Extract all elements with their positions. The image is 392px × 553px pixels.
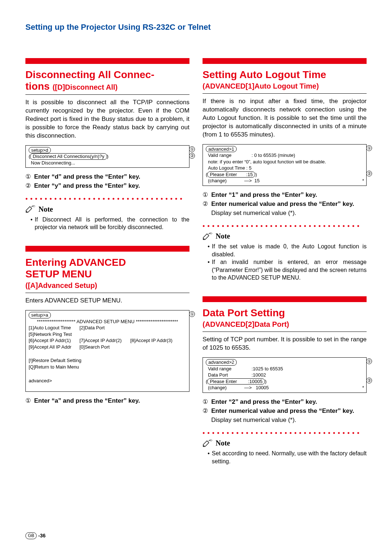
step-text: Enter “1” and press the “Enter” key. — [211, 191, 367, 199]
page-header: Setting up the Projector Using RS-232C o… — [25, 22, 367, 33]
term-input: Please Enter:10005 — [207, 378, 265, 385]
step-text: Enter “d” and press the “Enter” key. — [34, 173, 189, 181]
term-value: —> 10005 — [244, 385, 269, 390]
step-text: Display set numerical value (*). — [211, 416, 367, 424]
menu-item: [Q]Return to Main Menu — [29, 364, 186, 370]
gb-badge: GB — [25, 532, 37, 539]
note-body: If Disconnect All is performed, the conn… — [25, 216, 189, 231]
section-body: Setting of TCP port number. It is possib… — [203, 336, 367, 352]
note-label: Note — [216, 438, 230, 448]
note-text: If Disconnect All is performed, the conn… — [35, 216, 189, 231]
note-label: Note — [216, 231, 230, 241]
term-input: setup>d — [29, 147, 51, 154]
step-text: Enter numerical value and press the “Ent… — [211, 200, 367, 208]
callout-2-icon: ② — [366, 378, 372, 383]
step-number-icon: ① — [25, 397, 32, 405]
step-text: Enter “y” and press the “Enter” key. — [34, 182, 189, 190]
terminal-disconnect: setup>d ① (Disconnect All Connections(y/… — [25, 145, 189, 168]
note-label: Note — [38, 204, 53, 214]
note-text: If an invalid number is entered, an erro… — [212, 258, 367, 282]
menu-item: [0]Search Port — [79, 344, 110, 350]
term-value: : 0 to 65535 (minute) — [252, 153, 295, 158]
menu-item: [7]Accept IP Addr(2) — [79, 337, 130, 344]
menu-item: [5]Network Ping Test — [29, 331, 186, 338]
step-text: Enter “2” and press the “Enter” key. — [211, 398, 367, 406]
term-input: Please Enter:15 — [207, 171, 255, 178]
pencil-icon — [203, 232, 213, 240]
pencil-icon — [25, 205, 36, 213]
term-output: Auto Logout Time : 5 — [206, 165, 363, 171]
red-bar — [203, 296, 367, 302]
term-label: (change) — [208, 385, 244, 391]
callout-1-icon: ① — [366, 145, 372, 151]
menu-item: [1]Auto Logout Time — [29, 325, 79, 331]
term-value: —> 15 — [244, 178, 260, 183]
section-auto-logout: Setting Auto Logout Time (ADVANCED[1]Aut… — [203, 58, 367, 282]
terminal-data-port: advanced>2 ① Valid range:1025 to 65535 D… — [203, 357, 367, 393]
step-text: Enter “a” and press the “Enter” key. — [34, 397, 189, 405]
menu-item: [8]Accept IP Addr(3) — [130, 338, 172, 343]
note-text: Set according to need. Normally, use wit… — [212, 450, 367, 465]
term-input: setup>a — [29, 312, 51, 318]
note-body: Set according to need. Normally, use wit… — [203, 450, 367, 465]
section-body: Enters ADVANCED SETUP MENU. — [25, 297, 189, 305]
section-title: Disconnecting All Connec-tions ([D]Disco… — [25, 69, 189, 92]
asterisk-icon: * — [362, 385, 364, 391]
section-subtitle: (ADVANCED[2]Data Port) — [203, 320, 367, 329]
right-column: Setting Auto Logout Time (ADVANCED[1]Aut… — [203, 58, 367, 480]
section-data-port: Data Port Setting (ADVANCED[2]Data Port)… — [203, 296, 367, 465]
step-number-icon: ① — [203, 398, 209, 406]
term-input: advanced>1 — [206, 146, 237, 153]
callout-2-icon: ② — [189, 153, 195, 159]
step-number-icon: ② — [203, 407, 209, 415]
red-bar — [203, 58, 367, 64]
dot-separator: ••••••••••••••••••••••••••••••••• — [25, 195, 189, 203]
asterisk-icon: * — [362, 178, 364, 184]
title-line: Entering ADVANCED — [25, 257, 126, 268]
left-column: Disconnecting All Connec-tions ([D]Disco… — [25, 58, 189, 480]
menu-item: [2]Data Port — [79, 325, 105, 330]
term-output: note: if you enter “0”, auto logout func… — [206, 159, 363, 165]
page-number: -36 — [38, 532, 45, 539]
term-output: Now Disconnecting... — [29, 160, 186, 166]
section-disconnect-all: Disconnecting All Connec-tions ([D]Disco… — [25, 58, 189, 231]
callout-1-icon: ① — [189, 311, 195, 317]
steps: ①Enter “d” and press the “Enter” key. ②E… — [25, 173, 189, 190]
rule — [25, 94, 189, 95]
menu-item: [6]Accept IP Addr(1) — [29, 337, 79, 344]
section-subtitle: (ADVANCED[1]Auto Logout Time) — [203, 81, 367, 91]
section-title: Setting Auto Logout Time — [203, 69, 367, 81]
red-bar — [25, 58, 189, 64]
term-label: Data Port — [208, 372, 252, 378]
section-subtitle: ([D]Disconnect All) — [53, 83, 118, 91]
section-title: Data Port Setting — [203, 307, 367, 319]
section-body: If there is no input after a fixed time,… — [203, 97, 367, 139]
rule — [25, 293, 189, 293]
callout-1-icon: ① — [366, 358, 372, 364]
term-value: :10002 — [252, 372, 266, 378]
note-heading: Note — [25, 204, 189, 214]
steps: ①Enter “2” and press the “Enter” key. ②E… — [203, 398, 367, 424]
menu-item: [!]Restore Default Setting — [29, 357, 186, 364]
term-output: ********************* ADVANCED SETUP MEN… — [29, 318, 186, 325]
term-prompt: advanced> — [29, 378, 186, 384]
note-body: If the set value is made 0, the Auto Log… — [203, 243, 367, 282]
red-bar — [25, 246, 189, 252]
page-footer: GB -36 — [25, 532, 46, 539]
callout-1-icon: ① — [189, 146, 195, 152]
step-text: Display set numerical value (*). — [211, 209, 367, 217]
step-number-icon: ① — [25, 173, 32, 181]
note-text: If the set value is made 0, the Auto Log… — [212, 243, 367, 258]
step-number-icon: ① — [203, 191, 209, 199]
title-line: SETUP MENU — [25, 268, 92, 280]
term-label: (change) — [208, 178, 244, 184]
section-subtitle: ([A]Advanced Setup) — [25, 281, 189, 290]
term-label: Valid range — [208, 152, 252, 159]
term-value: :1025 to 65535 — [252, 366, 283, 371]
term-input: Disconnect All Connections(y/n)?y — [30, 153, 107, 160]
section-title: Entering ADVANCED SETUP MENU — [25, 257, 189, 280]
step-text: Enter numerical value and press the “Ent… — [211, 407, 367, 415]
note-heading: Note — [203, 438, 367, 448]
dot-separator: ••••••••••••••••••••••••••••••••• — [203, 429, 367, 438]
menu-item: [9]Accept All IP Addr — [29, 344, 79, 350]
